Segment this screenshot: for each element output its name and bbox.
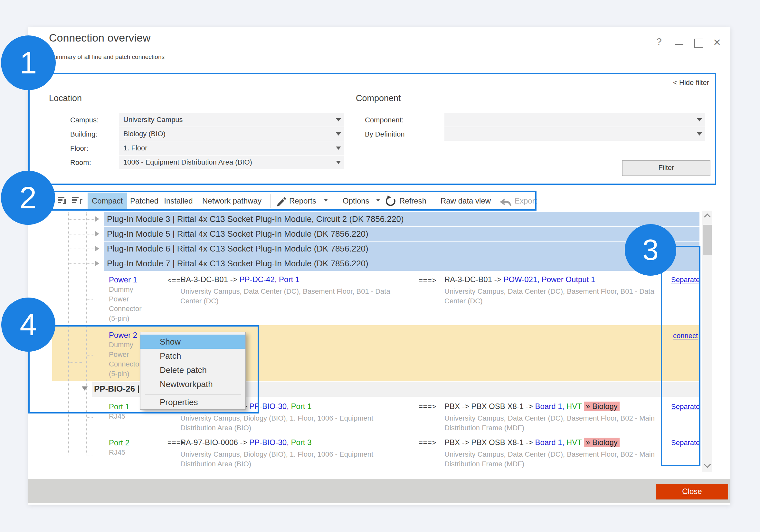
- tab-compact[interactable]: Compact: [88, 193, 127, 209]
- connection-left-cell: RA-3-DC-B01 -> PP-DC-42, Port 1 Universi…: [180, 275, 399, 306]
- connection-location: University Campus, Data Center (DC), Bas…: [445, 450, 670, 469]
- expand-triangle-icon[interactable]: [95, 217, 99, 221]
- chevron-down-icon: [336, 118, 341, 121]
- biology-badge: » Biology: [584, 438, 620, 447]
- connection-path: PBX -> PBX OSB X8-1 ->: [445, 402, 535, 411]
- context-menu: Show Patch Delete patch Newtworkpath Pro…: [140, 332, 246, 410]
- connection-target: Board 1,: [535, 438, 564, 447]
- separate-link[interactable]: Separate: [671, 439, 700, 447]
- connection-location: University Campus, Data Center (DC), Bas…: [445, 287, 670, 306]
- close-button[interactable]: Close: [656, 484, 728, 500]
- by-definition-label: By Definition: [365, 130, 405, 138]
- connection-path: PBX -> PBX OSB X8-1 ->: [445, 438, 535, 447]
- tree-guide-stub: [69, 234, 94, 234]
- component-dropdown[interactable]: [445, 113, 705, 126]
- port-name: Power 1: [109, 275, 157, 285]
- menu-item-show[interactable]: Show: [140, 335, 245, 349]
- connection-overview-dialog: Connection overview Summary of all line …: [28, 27, 730, 505]
- connection-location: University Campus, Data Center (DC), Bas…: [180, 287, 399, 306]
- reports-button[interactable]: Reports: [289, 193, 316, 209]
- connection-port: HVT: [564, 438, 584, 447]
- direction-arrow: ===>: [419, 439, 436, 447]
- tree-guide-stub: [87, 355, 93, 356]
- location-heading: Location: [49, 93, 82, 103]
- tree-row-module[interactable]: Plug-In Module 3 | Rittal 4x C13 Socket …: [107, 212, 404, 226]
- connection-right-cell: PBX -> PBX OSB X8-1 -> Board 1, HVT » Bi…: [445, 438, 670, 469]
- tree-guide-stub: [87, 300, 93, 300]
- direction-arrow: ===>: [419, 403, 436, 411]
- connection-location: University Campus, Biology (BIO), 1. Flo…: [180, 450, 399, 469]
- building-dropdown[interactable]: Biology (BIO): [119, 127, 344, 141]
- collapse-all-icon[interactable]: [57, 195, 70, 208]
- pencil-icon: [276, 196, 287, 209]
- connection-port: Port 1: [289, 402, 312, 411]
- export-button[interactable]: Export: [515, 193, 537, 209]
- tab-installed[interactable]: Installed: [162, 193, 195, 209]
- campus-label: Campus:: [70, 116, 99, 124]
- by-definition-dropdown[interactable]: [445, 127, 705, 141]
- menu-item-networkpath[interactable]: Newtworkpath: [140, 377, 245, 391]
- toolbar-separator: [337, 194, 337, 208]
- options-button[interactable]: Options: [343, 193, 369, 209]
- connection-path: RA-3-DC-B01 ->: [445, 275, 503, 284]
- menu-item-delete-patch[interactable]: Delete patch: [140, 363, 245, 377]
- floor-dropdown[interactable]: 1. Floor: [119, 141, 344, 155]
- chevron-down-icon: [697, 118, 702, 121]
- refresh-button[interactable]: Refresh: [399, 193, 426, 209]
- menu-item-patch[interactable]: Patch: [140, 349, 245, 363]
- expand-all-icon[interactable]: [71, 195, 84, 208]
- connection-target: POW-021, Power Output 1: [503, 275, 595, 284]
- hide-filter-link[interactable]: < Hide filter: [673, 78, 709, 87]
- separate-link[interactable]: Separate: [671, 276, 700, 284]
- collapse-triangle-icon[interactable]: [82, 386, 88, 391]
- expand-triangle-icon[interactable]: [95, 231, 99, 236]
- campus-dropdown[interactable]: University Campus: [119, 113, 344, 126]
- separate-link[interactable]: Separate: [671, 403, 700, 411]
- tree-row-module[interactable]: Plug-In Module 6 | Rittal 4x C13 Socket …: [107, 242, 368, 256]
- scrollbar-thumb[interactable]: [703, 225, 712, 255]
- connection-target: Board 1,: [535, 402, 564, 411]
- close-window-icon[interactable]: ✕: [713, 37, 721, 48]
- expand-triangle-icon[interactable]: [95, 261, 99, 266]
- raw-data-view-button[interactable]: Raw data view: [441, 193, 491, 209]
- chevron-down-icon: [336, 147, 341, 150]
- port-type: RJ45: [109, 448, 157, 457]
- port-label-cell[interactable]: Port 2 RJ45: [109, 438, 157, 457]
- component-heading: Component: [356, 93, 401, 103]
- floor-label: Floor:: [70, 144, 88, 153]
- tree-guide-stub: [69, 264, 94, 264]
- tab-patched[interactable]: Patched: [129, 193, 160, 209]
- scroll-down-icon[interactable]: [704, 461, 711, 468]
- tree-row-module[interactable]: Plug-In Module 5 | Rittal 4x C13 Socket …: [107, 227, 368, 241]
- port-label-cell[interactable]: Power 1 Dummy Power Connector (5-pin): [109, 275, 157, 323]
- minimize-icon[interactable]: [675, 44, 683, 45]
- port-type: Power: [109, 294, 157, 304]
- connect-link[interactable]: connect: [673, 332, 698, 340]
- tab-network-pathway[interactable]: Network pathway: [197, 193, 267, 209]
- tree-guide-stub: [69, 219, 94, 219]
- vertical-scrollbar[interactable]: [702, 211, 712, 472]
- expand-triangle-icon[interactable]: [95, 246, 99, 251]
- tree-row-module[interactable]: Plug-In Module 7 | Rittal 4x C13 Socket …: [107, 256, 368, 271]
- tree-guide-stub: [69, 362, 82, 363]
- menu-item-properties[interactable]: Properties: [140, 395, 245, 409]
- tree-guide-stub: [87, 417, 93, 418]
- port-type: (5-pin): [109, 314, 157, 323]
- page-title: Connection overview: [49, 31, 151, 44]
- help-icon[interactable]: ?: [656, 36, 662, 47]
- chevron-down-icon: [324, 199, 328, 202]
- filter-button[interactable]: Filter: [622, 160, 710, 176]
- connection-right-cell: RA-3-DC-B01 -> POW-021, Power Output 1 U…: [445, 275, 670, 306]
- scroll-up-icon[interactable]: [704, 214, 711, 220]
- biology-badge: » Biology: [584, 402, 620, 411]
- connection-location: University Campus, Data Center (DC), Bas…: [445, 413, 670, 433]
- group-header[interactable]: PP-BIO-26 |: [94, 384, 140, 394]
- room-dropdown[interactable]: 1006 - Equipment Distribution Area (BIO): [119, 156, 344, 169]
- connection-left-cell: RA-97-BIO-0006 -> PP-BIO-30, Port 3 Univ…: [180, 438, 399, 469]
- toolbar-separator: [86, 194, 86, 208]
- connection-location: University Campus, Biology (BIO), 1. Flo…: [180, 413, 399, 433]
- callout-circle-3: 3: [625, 224, 676, 276]
- footer-bar: [28, 479, 730, 503]
- maximize-icon[interactable]: [694, 39, 703, 48]
- toolbar-separator: [435, 194, 435, 208]
